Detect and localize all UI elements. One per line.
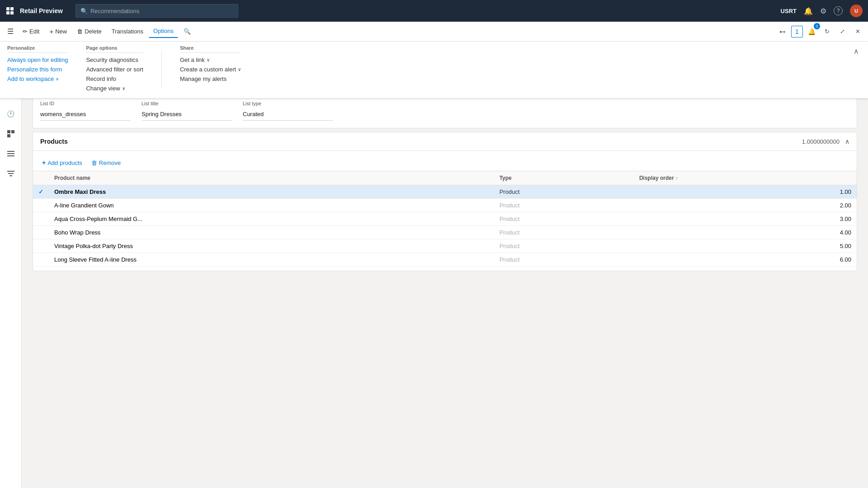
row-type: Product [494, 226, 634, 239]
new-button[interactable]: + New [45, 25, 71, 38]
row-display-order: 5.00 [634, 239, 857, 253]
general-card-body: List ID womens_dresses List title Spring… [33, 94, 857, 128]
translations-button[interactable]: Translations [107, 25, 148, 38]
row-check [33, 226, 49, 239]
always-open-editing[interactable]: Always open for editing [7, 56, 68, 64]
top-nav: Retail Preview 🔍 Recommendations USRT 🔔 … [0, 0, 868, 22]
get-a-link[interactable]: Get a link ∨ [180, 56, 241, 64]
options-button[interactable]: Options [149, 25, 178, 38]
page-options-group: Page options Security diagnostics Advanc… [86, 45, 143, 93]
bell-icon[interactable]: 🔔 [804, 7, 813, 15]
th-product-name[interactable]: Product name [49, 171, 494, 185]
security-diagnostics[interactable]: Security diagnostics [86, 56, 143, 64]
row-type: Product [494, 239, 634, 253]
sidebar-item-list[interactable] [2, 145, 20, 163]
share-title: Share [180, 45, 241, 53]
add-icon: + [42, 159, 46, 166]
row-display-order: 3.00 [634, 212, 857, 226]
table-header-row: Product name Type Display order ↑ [33, 171, 857, 185]
row-product-name: Houndstooth Fitted A-line Dress [49, 267, 494, 271]
list-id-value[interactable]: womens_dresses [40, 108, 131, 121]
row-display-order: 1.00 [634, 185, 857, 199]
table-row[interactable]: Boho Wrap Dress Product 4.00 [33, 226, 857, 239]
delete-button[interactable]: 🗑 Delete [72, 25, 106, 38]
share-group: Share Get a link ∨ Create a custom alert… [180, 45, 241, 93]
row-type: Product [494, 199, 634, 212]
sidebar-item-recent[interactable]: 🕐 [2, 105, 20, 123]
row-product-name: Long Sleeve Fitted A-line Dress [49, 253, 494, 267]
list-title-field: List title Spring Dresses [142, 101, 232, 121]
expand-icon[interactable]: ⤢ [835, 25, 849, 38]
search-button[interactable]: 🔍 [179, 25, 195, 38]
table-row[interactable]: Vintage Polka-dot Party Dress Product 5.… [33, 239, 857, 253]
th-display-order[interactable]: Display order ↑ [634, 171, 857, 185]
edit-button[interactable]: ✏ Edit [18, 25, 44, 38]
products-header: Products 1.0000000000 ∧ [33, 132, 857, 151]
svg-rect-10 [7, 171, 14, 172]
chevron-down-icon: ∨ [122, 86, 125, 91]
products-collapse-icon[interactable]: ∧ [845, 138, 849, 145]
svg-rect-1 [10, 7, 14, 10]
row-check: ✓ [33, 185, 49, 199]
table-row[interactable]: ✓ Ombre Maxi Dress Product 1.00 [33, 185, 857, 199]
products-actions: + Add products 🗑 Remove [33, 155, 857, 171]
advanced-filter[interactable]: Advanced filter or sort [86, 65, 143, 74]
list-type-field: List type Curated [243, 101, 333, 121]
products-table: Product name Type Display order ↑ [33, 171, 857, 271]
record-info[interactable]: Record info [86, 75, 143, 83]
square-icon[interactable]: 1 [791, 26, 803, 38]
sidebar: ☰ ⌂ ★ 🕐 [0, 42, 22, 488]
list-type-value[interactable]: Curated [243, 108, 333, 121]
list-id-label: List ID [40, 101, 131, 106]
toolbar-actions-right: ⊷ 1 🔔 0 ↻ ⤢ ✕ [776, 25, 864, 38]
products-section-title: Products [40, 138, 68, 145]
hamburger-btn[interactable]: ☰ [4, 24, 17, 38]
toolbar: ☰ ✏ Edit + New 🗑 Delete Translations Opt… [0, 22, 868, 42]
manage-alerts[interactable]: Manage my alerts [180, 75, 241, 83]
svg-rect-6 [7, 134, 10, 137]
add-products-button[interactable]: + Add products [40, 158, 84, 167]
table-row[interactable]: Houndstooth Fitted A-line Dress Product … [33, 267, 857, 271]
code-icon[interactable]: ⊷ [776, 25, 789, 38]
svg-rect-4 [7, 130, 10, 133]
grid-icon[interactable] [5, 6, 14, 15]
list-id-field: List ID womens_dresses [40, 101, 131, 121]
products-table-wrap: Product name Type Display order ↑ [33, 171, 857, 271]
app-title: Retail Preview [20, 7, 63, 14]
sidebar-item-filter[interactable] [2, 164, 20, 183]
row-type: Product [494, 253, 634, 267]
notification-badge[interactable]: 🔔 0 [805, 25, 818, 38]
personalize-form[interactable]: Personalize this form [7, 65, 68, 74]
table-row[interactable]: Aqua Cross-Peplum Mermaid G... Product 3… [33, 212, 857, 226]
user-avatar[interactable]: U [850, 5, 863, 17]
change-view[interactable]: Change view ∨ [86, 84, 143, 93]
remove-button[interactable]: 🗑 Remove [90, 159, 123, 167]
close-icon[interactable]: ✕ [851, 25, 864, 38]
search-placeholder: Recommendations [90, 8, 139, 14]
refresh-icon[interactable]: ↻ [820, 25, 834, 38]
row-type: Product [494, 267, 634, 271]
svg-rect-11 [8, 173, 14, 174]
list-title-value[interactable]: Spring Dresses [142, 108, 232, 121]
table-row[interactable]: Long Sleeve Fitted A-line Dress Product … [33, 253, 857, 267]
table-row[interactable]: A-line Grandient Gown Product 2.00 [33, 199, 857, 212]
svg-rect-0 [6, 7, 9, 10]
options-panel-close[interactable]: ∧ [852, 45, 861, 93]
search-icon: 🔍 [184, 28, 191, 35]
list-type-label: List type [243, 101, 333, 106]
create-custom-alert[interactable]: Create a custom alert ∨ [180, 65, 241, 74]
row-check [33, 239, 49, 253]
sidebar-item-modules[interactable] [2, 125, 20, 143]
top-nav-right: USRT 🔔 ⚙ ? U [781, 5, 863, 17]
row-check [33, 199, 49, 212]
svg-rect-5 [11, 130, 14, 133]
add-to-workspace[interactable]: Add to workspace ∨ [7, 75, 68, 83]
user-label: USRT [781, 8, 797, 14]
remove-icon: 🗑 [91, 160, 97, 166]
th-type[interactable]: Type [494, 171, 634, 185]
row-type: Product [494, 185, 634, 199]
search-bar[interactable]: 🔍 Recommendations [75, 4, 238, 18]
gear-icon[interactable]: ⚙ [820, 7, 826, 15]
help-icon[interactable]: ? [834, 6, 843, 15]
svg-rect-12 [9, 175, 12, 176]
